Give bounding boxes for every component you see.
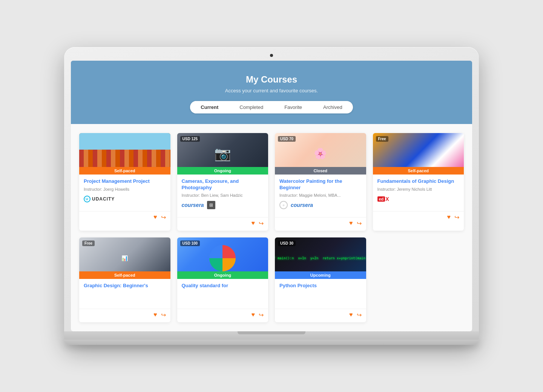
heart-button-4[interactable]: ♥ [447, 214, 451, 221]
status-bar-2: Ongoing [177, 167, 268, 175]
card-image-wrapper-4: Free Self-paced [373, 133, 464, 175]
heart-button-1[interactable]: ♥ [153, 214, 157, 221]
courses-grid: Self-paced Project Management Project In… [71, 124, 472, 332]
card-footer-7: ♥ ↪ [275, 309, 366, 322]
udacity-logo: UDACITY [84, 196, 115, 202]
tab-current[interactable]: Current [190, 101, 229, 113]
card-image-wrapper-6: USD 100 Ongoing [177, 237, 268, 279]
laptop-screen: My Courses Access your current and favou… [71, 61, 472, 332]
card-body-4: Fundamentals of Graphic Design Instructo… [373, 175, 464, 211]
card-title-2: Cameras, Exposure, and Photography [182, 178, 264, 191]
course-card-7: USD 30 Upcoming Python Projects ♥ ↪ [275, 237, 366, 322]
course-card-2: 📷 USD 125 Ongoing Cameras, Exposure, and… [177, 133, 268, 231]
price-badge-6: USD 100 [180, 240, 200, 246]
edx-logo: ed X [377, 196, 389, 202]
heart-button-3[interactable]: ♥ [349, 220, 353, 227]
edx-x: X [385, 196, 389, 202]
card-logo-2: coursera [182, 201, 264, 210]
card-footer-3: ♥ ↪ [275, 217, 366, 231]
card-image-wrapper-1: Self-paced [79, 133, 170, 175]
course-card-4: Free Self-paced Fundamentals of Graphic … [373, 133, 464, 231]
heart-button-5[interactable]: ♥ [153, 311, 157, 318]
page-header: My Courses Access your current and favou… [71, 61, 472, 124]
heart-button-2[interactable]: ♥ [252, 220, 255, 227]
card-instructor-2: Instructor: Ben Liew, Sam Hadzic [182, 193, 264, 198]
tab-archived[interactable]: Archived [313, 101, 353, 113]
card-title-5: Graphic Design: Beginner's [84, 283, 166, 289]
heart-button-7[interactable]: ♥ [349, 311, 353, 318]
card-title-7: Python Projects [279, 283, 362, 289]
laptop-base [64, 331, 479, 340]
card-body-7: Python Projects [275, 279, 366, 309]
share-button-5[interactable]: ↪ [161, 311, 166, 318]
card-title-4: Fundamentals of Graphic Design [377, 178, 460, 185]
card-instructor-1: Instructor: Joerg Howells [84, 187, 166, 191]
card-body-1: Project Management Project Instructor: J… [79, 175, 170, 211]
price-badge-7: USD 30 [278, 240, 296, 246]
tabs-container: Current Completed Favorite Archived [78, 101, 465, 113]
tab-completed[interactable]: Completed [229, 101, 274, 113]
laptop-foot [64, 340, 479, 345]
card-image-wrapper-7: USD 30 Upcoming [275, 237, 366, 279]
status-bar-5: Self-paced [79, 271, 170, 279]
status-bar-1: Self-paced [79, 167, 170, 175]
card-image-wrapper-2: 📷 USD 125 Ongoing [177, 133, 268, 175]
provider-circle-3: ○ [279, 201, 288, 209]
card-body-6: Quality standard for [177, 279, 268, 309]
card-footer-2: ♥ ↪ [177, 217, 268, 231]
card-footer-5: ♥ ↪ [79, 309, 170, 322]
coursera-logo-2: coursera [182, 202, 204, 208]
card-body-2: Cameras, Exposure, and Photography Instr… [177, 175, 268, 217]
price-badge-2: USD 125 [180, 136, 200, 142]
share-button-3[interactable]: ↪ [357, 220, 362, 227]
free-badge-5: Free [82, 240, 95, 246]
provider-icon-2 [207, 201, 215, 209]
card-instructor-4: Instructor: Jeremy Nichols Litt [377, 187, 460, 191]
card-image-wrapper-5: 📊 Free Self-paced [79, 237, 170, 279]
card-instructor-3: Instructor: Maggie Meloni, MBA... [279, 193, 362, 198]
udacity-icon [84, 196, 90, 202]
status-bar-4: Self-paced [373, 167, 464, 175]
page-title: My Courses [78, 74, 465, 85]
card-logo-5 [84, 292, 166, 301]
card-footer-6: ♥ ↪ [177, 309, 268, 322]
card-footer-4: ♥ ↪ [373, 211, 464, 225]
heart-button-6[interactable]: ♥ [252, 311, 255, 318]
card-logo-6 [182, 292, 264, 301]
card-footer-1: ♥ ↪ [79, 211, 170, 225]
share-button-4[interactable]: ↪ [454, 214, 459, 221]
card-image-wrapper-3: USD 70 Closed [275, 133, 366, 175]
status-bar-3: Closed [275, 167, 366, 175]
laptop-frame: My Courses Access your current and favou… [64, 47, 479, 345]
card-title-6: Quality standard for [182, 283, 264, 289]
edx-text: ed [377, 196, 385, 202]
laptop-camera [270, 54, 273, 57]
card-logo-4: ed X [377, 194, 460, 204]
course-card-1: Self-paced Project Management Project In… [79, 133, 170, 231]
free-badge-4: Free [376, 136, 388, 142]
card-logo-3: ○ coursera [279, 201, 362, 210]
status-bar-6: Ongoing [177, 271, 268, 279]
course-card-5: 📊 Free Self-paced Graphic Design: Beginn… [79, 237, 170, 322]
card-body-3: Watercolor Painting for the Beginner Ins… [275, 175, 366, 217]
card-title-1: Project Management Project [84, 178, 166, 185]
card-body-5: Graphic Design: Beginner's [79, 279, 170, 309]
share-button-6[interactable]: ↪ [259, 311, 264, 318]
course-card-3: USD 70 Closed Watercolor Painting for th… [275, 133, 366, 231]
share-button-7[interactable]: ↪ [357, 311, 362, 318]
card-logo-1: UDACITY [84, 194, 166, 204]
share-button-2[interactable]: ↪ [259, 220, 264, 227]
coursera-logo-3: coursera [291, 202, 313, 208]
status-bar-7: Upcoming [275, 271, 366, 279]
card-title-3: Watercolor Painting for the Beginner [279, 178, 362, 191]
course-card-6: USD 100 Ongoing Quality standard for ♥ ↪ [177, 237, 268, 322]
page-subtitle: Access your current and favourite course… [78, 88, 465, 93]
price-badge-3: USD 70 [278, 136, 296, 142]
tabs: Current Completed Favorite Archived [190, 101, 353, 113]
card-logo-7 [279, 292, 362, 301]
share-button-1[interactable]: ↪ [161, 214, 166, 221]
tab-favorite[interactable]: Favorite [274, 101, 313, 113]
